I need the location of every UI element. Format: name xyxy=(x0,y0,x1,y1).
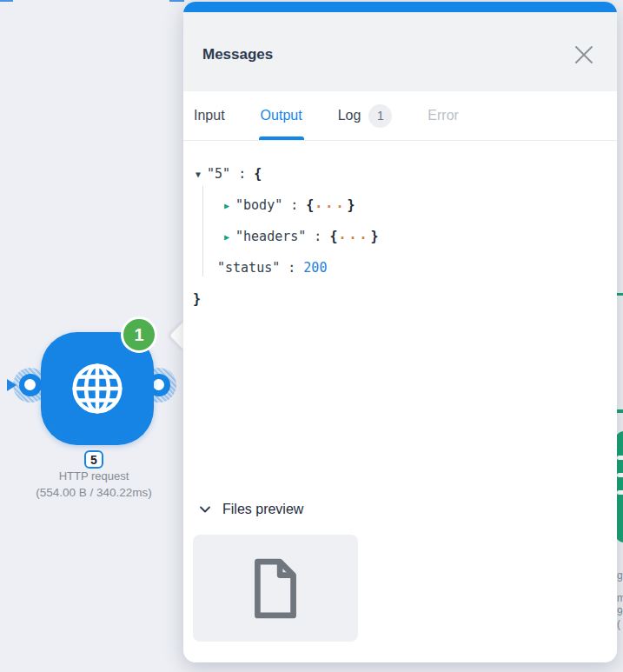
files-preview-section: Files preview xyxy=(183,498,617,642)
peek-edge-segment xyxy=(617,293,623,296)
tab-input[interactable]: Input xyxy=(194,91,225,140)
tab-error[interactable]: Error xyxy=(427,91,459,140)
tab-output-label: Output xyxy=(261,108,302,123)
node-stats: (554.00 B / 340.22ms) xyxy=(0,486,188,499)
chevron-down-icon xyxy=(198,502,212,516)
output-port-dot xyxy=(153,379,164,390)
tab-input-label: Input xyxy=(194,108,225,123)
json-row-body: ▶ "body" : {...} xyxy=(183,190,617,221)
json-separator: : xyxy=(306,229,329,244)
node-title: HTTP request xyxy=(0,469,188,482)
peek-node-label-fragment: 9.( xyxy=(617,606,623,630)
peek-node-icon-gap xyxy=(617,456,623,460)
globe-icon xyxy=(69,360,126,417)
peek-node-icon-gap xyxy=(617,490,623,495)
json-row-headers: ▶ "headers" : {...} xyxy=(183,221,617,252)
json-open-brace: { xyxy=(254,166,262,182)
expand-toggle-icon[interactable]: ▶ xyxy=(224,201,229,210)
json-row-root: ▼ "5" : { xyxy=(183,158,617,190)
expand-toggle-icon[interactable]: ▶ xyxy=(224,232,229,242)
peek-node-icon-gap xyxy=(617,473,623,477)
edge-outgoing xyxy=(169,0,184,2)
json-key: "5" xyxy=(207,166,230,182)
output-json-tree: ▼ "5" : { ▶ "body" : {...} ▶ "headers" :… xyxy=(183,141,617,315)
tab-log[interactable]: Log 1 xyxy=(338,91,393,140)
json-key: "headers" xyxy=(235,229,306,244)
panel-accent-bar xyxy=(183,2,617,12)
tab-bar: Input Output Log 1 Error xyxy=(183,91,617,141)
tab-output[interactable]: Output xyxy=(261,91,302,140)
files-preview-toggle[interactable]: Files preview xyxy=(183,498,617,521)
tab-error-label: Error xyxy=(427,108,459,123)
panel-title: Messages xyxy=(202,46,572,63)
close-button[interactable] xyxy=(572,43,596,67)
input-port-dot xyxy=(24,379,36,390)
json-separator: : xyxy=(280,260,303,276)
messages-panel: Messages Input Output Log 1 xyxy=(183,2,617,662)
json-close-brace: } xyxy=(193,291,201,307)
panel-header: Messages xyxy=(183,12,617,91)
peek-node-label-fragment: m xyxy=(617,592,623,604)
json-number-value: 200 xyxy=(303,260,327,276)
json-open-brace: { xyxy=(306,197,314,213)
file-icon xyxy=(250,558,301,619)
workflow-canvas: 1 5 HTTP request (554.00 B / 340.22ms) g… xyxy=(0,0,623,672)
file-preview-tile[interactable] xyxy=(193,535,358,642)
json-key: "status" xyxy=(217,260,280,276)
collapse-toggle-icon[interactable]: ▼ xyxy=(196,170,201,179)
json-close-brace: } xyxy=(347,197,355,213)
json-separator: : xyxy=(230,166,254,182)
json-collapsed-dots[interactable]: ... xyxy=(315,196,346,211)
json-key: "body" xyxy=(235,197,282,213)
tab-log-label: Log xyxy=(338,108,361,123)
json-row-close: } xyxy=(183,283,617,315)
json-separator: : xyxy=(282,197,306,213)
close-icon xyxy=(573,43,595,66)
node-order-badge: 5 xyxy=(84,450,103,469)
json-close-brace: } xyxy=(371,229,379,244)
edge-incoming xyxy=(0,0,13,2)
run-count-badge[interactable]: 1 xyxy=(121,316,157,353)
files-preview-label: Files preview xyxy=(222,502,303,517)
log-count-badge: 1 xyxy=(368,104,392,128)
json-collapsed-dots[interactable]: ... xyxy=(338,227,369,243)
json-open-brace: { xyxy=(329,229,337,244)
json-row-status: "status" : 200 xyxy=(183,252,617,283)
tree-indent-guide xyxy=(202,186,203,276)
peek-node-label-fragment: g xyxy=(617,569,623,582)
